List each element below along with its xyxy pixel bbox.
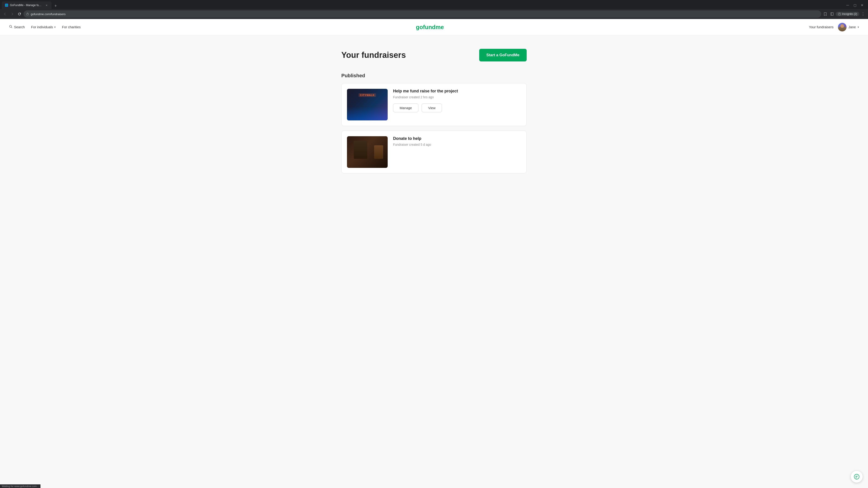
forward-button[interactable] [9, 11, 16, 17]
lock-icon [26, 12, 29, 16]
site-logo[interactable]: gofundme [416, 23, 452, 31]
chat-button[interactable] [851, 471, 863, 483]
svg-point-7 [839, 13, 840, 14]
user-name: Jane [848, 25, 856, 29]
fundraiser-thumbnail [347, 89, 388, 121]
fundraiser-card: Donate to help Fundraiser created 5 d ag… [341, 131, 527, 173]
status-text: Waiting for www.gofundme.com... [2, 485, 39, 488]
close-button[interactable]: ✕ [859, 2, 865, 8]
fundraiser-card-content: Help me fund raise for the project Fundr… [393, 89, 521, 112]
start-gofundme-button[interactable]: Start a GoFundMe [479, 49, 527, 61]
url-display: gofundme.com/fundraisers [31, 12, 818, 16]
for-charities-link[interactable]: For charities [62, 25, 81, 29]
nav-left: Search For individuals ▾ For charities [9, 25, 434, 29]
svg-rect-3 [27, 13, 29, 15]
reload-button[interactable] [16, 11, 23, 17]
svg-point-6 [838, 13, 841, 15]
svg-point-0 [6, 4, 7, 6]
search-icon [9, 25, 13, 29]
fundraiser-card-content: Donate to help Fundraiser created 5 d ag… [393, 136, 521, 151]
bookmark-button[interactable] [822, 11, 829, 17]
for-charities-label: For charities [62, 25, 81, 29]
fundraiser-meta: Fundraiser created 2 hrs ago [393, 95, 521, 99]
fundraiser-title: Donate to help [393, 136, 521, 141]
minimize-button[interactable]: ─ [844, 2, 851, 8]
page-header: Your fundraisers Start a GoFundMe [341, 49, 527, 61]
svg-line-9 [11, 27, 12, 28]
more-menu-button[interactable]: ⋮ [860, 11, 866, 17]
for-individuals-dropdown[interactable]: For individuals ▾ [31, 25, 56, 29]
view-button[interactable]: View [422, 103, 442, 112]
fundraiser-card: Help me fund raise for the project Fundr… [341, 83, 527, 126]
sidebar-button[interactable] [829, 11, 835, 17]
website: Search For individuals ▾ For charities g… [0, 19, 868, 488]
user-menu-arrow-icon: ▾ [858, 26, 859, 29]
svg-text:gofundme: gofundme [416, 24, 444, 30]
manage-button[interactable]: Manage [393, 103, 418, 112]
published-section-title: Published [341, 73, 527, 78]
nav-right: Your fundraisers Jane ▾ [434, 23, 859, 31]
main-content: Your fundraisers Start a GoFundMe Publis… [337, 35, 531, 192]
fundraiser-meta: Fundraiser created 5 d ago [393, 143, 521, 147]
tab-list: GoFundMe - Manage fundraise... ✕ + [2, 1, 844, 9]
fundraiser-thumbnail [347, 136, 388, 168]
incognito-badge[interactable]: Incognito (2) [836, 12, 860, 16]
svg-rect-4 [831, 13, 833, 15]
incognito-label: Incognito (2) [842, 12, 857, 15]
site-nav: Search For individuals ▾ For charities g… [0, 19, 868, 35]
browser-titlebar: GoFundMe - Manage fundraise... ✕ + ─ ▢ ✕ [0, 0, 868, 9]
back-button[interactable] [2, 11, 8, 17]
your-fundraisers-nav-link[interactable]: Your fundraisers [809, 25, 834, 29]
card-actions: Manage View [393, 103, 521, 112]
tab-close-button[interactable]: ✕ [45, 3, 49, 7]
for-individuals-label: For individuals [31, 25, 53, 29]
published-section: Published Help me fund raise for the pro… [341, 73, 527, 173]
address-bar[interactable]: gofundme.com/fundraisers [24, 10, 821, 18]
page-title: Your fundraisers [341, 51, 406, 60]
maximize-button[interactable]: ▢ [852, 2, 858, 8]
tab-favicon [5, 4, 8, 7]
search-label: Search [14, 25, 25, 29]
toolbar-actions: Incognito (2) ⋮ [822, 11, 866, 17]
active-tab[interactable]: GoFundMe - Manage fundraise... ✕ [2, 1, 52, 9]
nav-search-link[interactable]: Search [9, 25, 25, 29]
browser-chrome: GoFundMe - Manage fundraise... ✕ + ─ ▢ ✕… [0, 0, 868, 19]
browser-toolbar: gofundme.com/fundraisers Incognito (2) ⋮ [0, 9, 868, 19]
user-menu[interactable]: Jane ▾ [838, 23, 859, 31]
tab-title: GoFundMe - Manage fundraise... [10, 4, 43, 7]
new-tab-button[interactable]: + [53, 3, 59, 9]
fundraiser-title: Help me fund raise for the project [393, 89, 521, 94]
chevron-down-icon: ▾ [54, 26, 56, 29]
user-avatar [838, 23, 846, 31]
status-bar: Waiting for www.gofundme.com... [0, 484, 40, 488]
